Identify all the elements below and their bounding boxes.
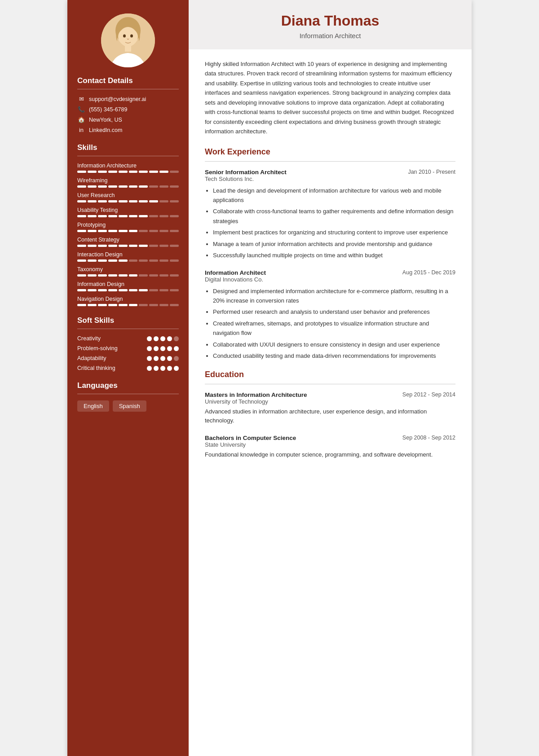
education-title: Education (205, 370, 455, 379)
skill-bar-segment (139, 171, 148, 173)
skill-bar-segment (170, 230, 179, 232)
skill-bar-segment (159, 185, 168, 188)
edu-title: Bachelors in Computer Science (205, 435, 296, 441)
skill-bar-segment (108, 274, 117, 277)
skill-bar-segment (77, 274, 86, 277)
skill-bar-segment (149, 200, 158, 202)
skill-bar-segment (88, 215, 97, 217)
skill-bar-segment (149, 215, 158, 217)
contact-divider (77, 89, 179, 89)
education-entry: Masters in Information ArchitectureSep 2… (205, 391, 455, 426)
edu-title: Masters in Information Architecture (205, 391, 307, 398)
skill-bar-segment (98, 171, 107, 173)
contact-icon: 🏠 (77, 116, 85, 123)
soft-skill-name: Problem-solving (77, 345, 118, 352)
skill-item: Usability Testing (77, 207, 179, 217)
jobs-list: Senior Information ArchitectJan 2010 - P… (205, 169, 455, 361)
skill-bar-segment (170, 245, 179, 247)
skill-item: Information Architecture (77, 163, 179, 173)
skill-item: User Research (77, 192, 179, 202)
skill-bar-segment (88, 274, 97, 277)
skill-name: Taxonomy (77, 266, 179, 273)
education-section: Education Masters in Information Archite… (205, 370, 455, 460)
job-entry: Information ArchitectAug 2015 - Dec 2019… (205, 269, 455, 361)
job-bullets: Lead the design and development of infor… (205, 186, 455, 260)
soft-skill-dot (154, 366, 159, 371)
skill-bar-segment (98, 245, 107, 247)
job-bullet: Performed user research and analysis to … (213, 307, 455, 316)
job-company: Tech Solutions Inc. (205, 176, 455, 182)
skill-item: Information Design (77, 281, 179, 291)
skill-bar-segment (159, 304, 168, 306)
skill-bar-segment (159, 215, 168, 217)
header-block: Diana Thomas Information Architect (189, 0, 472, 49)
skill-bar (77, 185, 179, 188)
job-bullet: Successfully launched multiple projects … (213, 251, 455, 260)
skill-name: User Research (77, 192, 179, 198)
main-content: Diana Thomas Information Architect Highl… (189, 0, 472, 756)
skill-bar-segment (108, 200, 117, 202)
contact-item: inLinkedIn.com (77, 127, 179, 133)
skill-bar-segment (159, 171, 168, 173)
skills-section: Skills Information ArchitectureWireframi… (67, 143, 189, 306)
skill-bar (77, 171, 179, 173)
skill-bar-segment (108, 230, 117, 232)
job-title: Information Architect (205, 269, 266, 276)
job-header: Senior Information ArchitectJan 2010 - P… (205, 169, 455, 176)
soft-skill-item: Critical thinking (77, 365, 179, 371)
skill-bar-segment (139, 304, 148, 306)
skill-name: Content Strategy (77, 237, 179, 243)
soft-skill-dot (160, 356, 165, 361)
skill-bar-segment (149, 289, 158, 291)
soft-skill-dot (167, 336, 172, 341)
skill-bar (77, 304, 179, 306)
svg-rect-4 (125, 45, 131, 52)
job-bullet: Collaborate with cross-functional teams … (213, 207, 455, 226)
skill-bar-segment (98, 215, 107, 217)
skill-bar-segment (129, 200, 138, 202)
skill-bar-segment (77, 185, 86, 188)
soft-skill-dot (174, 346, 179, 351)
skill-bar-segment (119, 304, 128, 306)
skill-bar-segment (77, 304, 86, 306)
skill-name: Prototyping (77, 222, 179, 228)
soft-skill-dots (147, 346, 179, 351)
job-bullet: Conducted usability testing and made dat… (213, 351, 455, 360)
skills-title: Skills (77, 143, 179, 152)
soft-skill-dot (167, 346, 172, 351)
skill-bar-segment (98, 185, 107, 188)
job-entry: Senior Information ArchitectJan 2010 - P… (205, 169, 455, 260)
skill-bar-segment (129, 230, 138, 232)
skill-bar-segment (159, 289, 168, 291)
skill-bar-segment (77, 230, 86, 232)
soft-skills-title: Soft Skills (77, 316, 179, 325)
soft-skill-item: Adaptability (77, 355, 179, 361)
soft-skills-section: Soft Skills CreativityProblem-solvingAda… (67, 316, 189, 371)
skill-bar-segment (129, 289, 138, 291)
avatar-container (67, 0, 189, 76)
job-bullets: Designed and implemented information arc… (205, 286, 455, 361)
skill-bar-segment (98, 274, 107, 277)
soft-skill-name: Critical thinking (77, 365, 115, 371)
svg-point-6 (130, 35, 133, 38)
skill-bar-segment (108, 289, 117, 291)
contact-text: (555) 345-6789 (89, 106, 127, 113)
skills-divider (77, 156, 179, 156)
summary-text: Highly skilled Information Architect wit… (205, 59, 455, 136)
skill-item: Prototyping (77, 222, 179, 232)
soft-skill-dot (147, 346, 152, 351)
job-bullet: Implement best practices for organizing … (213, 228, 455, 237)
skill-bar-segment (119, 171, 128, 173)
skill-bar-segment (129, 215, 138, 217)
contact-item: ✉support@cvdesigner.ai (77, 96, 179, 102)
edu-dates: Sep 2008 - Sep 2012 (402, 435, 455, 441)
soft-skill-dot (174, 366, 179, 371)
soft-skill-dot (167, 366, 172, 371)
edu-description: Advanced studies in information architec… (205, 407, 455, 426)
skill-bar-segment (108, 215, 117, 217)
soft-skill-dot (154, 336, 159, 341)
skill-item: Navigation Design (77, 296, 179, 306)
skill-bar-segment (149, 304, 158, 306)
job-bullet: Designed and implemented information arc… (213, 286, 455, 306)
soft-skill-dot (174, 336, 179, 341)
